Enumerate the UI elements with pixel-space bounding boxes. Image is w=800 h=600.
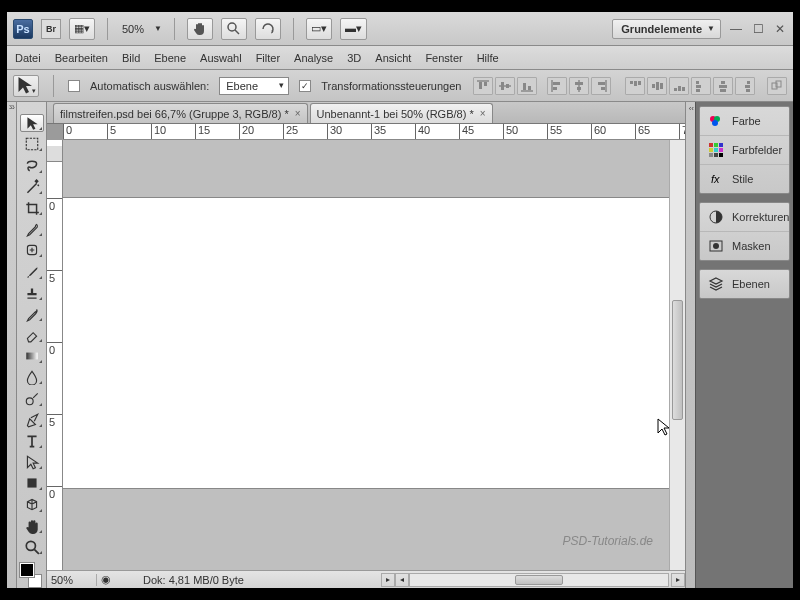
svg-rect-22 bbox=[638, 81, 641, 85]
tool-history[interactable] bbox=[20, 305, 44, 323]
scrollbar-thumb[interactable] bbox=[672, 300, 683, 420]
close-icon[interactable]: × bbox=[480, 108, 486, 119]
auto-select-checkbox[interactable] bbox=[68, 80, 80, 92]
tab-unbenannt[interactable]: Unbenannt-1 bei 50% (RGB/8) *× bbox=[310, 103, 493, 123]
menu-analyse[interactable]: Analyse bbox=[294, 52, 333, 64]
tool-shape[interactable] bbox=[20, 474, 44, 492]
svg-rect-53 bbox=[709, 148, 713, 152]
menu-fenster[interactable]: Fenster bbox=[425, 52, 462, 64]
tool-type[interactable] bbox=[20, 432, 44, 450]
panel-farbfelder[interactable]: Farbfelder bbox=[700, 136, 789, 165]
distribute-bottom-button[interactable] bbox=[669, 77, 689, 95]
status-doc-info[interactable]: Dok: 4,81 MB/0 Byte bbox=[115, 574, 381, 586]
hscroll-right-arrow[interactable]: ▸ bbox=[671, 573, 685, 587]
transform-controls-checkbox[interactable]: ✓ bbox=[299, 80, 311, 92]
svg-rect-25 bbox=[660, 83, 663, 89]
horizontal-ruler[interactable]: 0510152025303540455055606570 bbox=[63, 124, 685, 140]
auto-select-target-dropdown[interactable]: Ebene bbox=[219, 77, 289, 95]
screen-mode-button[interactable]: ▬▾ bbox=[340, 18, 367, 40]
status-icon[interactable]: ◉ bbox=[97, 573, 115, 586]
color-swatches[interactable] bbox=[20, 563, 44, 588]
status-menu-arrow[interactable]: ▸ bbox=[381, 573, 395, 587]
distribute-hcenter-button[interactable] bbox=[713, 77, 733, 95]
tool-crop[interactable] bbox=[20, 199, 44, 217]
ruler-origin[interactable] bbox=[47, 146, 63, 162]
workspace-switcher[interactable]: Grundelemente bbox=[612, 19, 721, 39]
tool-heal[interactable] bbox=[20, 241, 44, 259]
svg-rect-18 bbox=[598, 82, 605, 85]
menu-datei[interactable]: Datei bbox=[15, 52, 41, 64]
zoom-tool-button[interactable] bbox=[221, 18, 247, 40]
menu-ebene[interactable]: Ebene bbox=[154, 52, 186, 64]
align-top-button[interactable] bbox=[473, 77, 493, 95]
panel-masken[interactable]: Masken bbox=[700, 232, 789, 260]
tool-brush[interactable] bbox=[20, 262, 44, 280]
scrollbar-thumb[interactable] bbox=[515, 575, 563, 585]
align-hcenter-button[interactable] bbox=[569, 77, 589, 95]
canvas[interactable] bbox=[63, 198, 669, 488]
svg-rect-3 bbox=[479, 82, 482, 89]
close-button[interactable]: ✕ bbox=[773, 22, 787, 36]
panel-farbe[interactable]: Farbe bbox=[700, 107, 789, 136]
tool-3d[interactable] bbox=[20, 495, 44, 513]
tool-wand[interactable] bbox=[20, 178, 44, 196]
tool-marquee[interactable] bbox=[20, 135, 44, 153]
tool-zoom[interactable] bbox=[20, 538, 44, 556]
maximize-button[interactable]: ☐ bbox=[751, 22, 765, 36]
rotate-view-button[interactable] bbox=[255, 18, 281, 40]
distribute-right-button[interactable] bbox=[735, 77, 755, 95]
tool-eyedropper[interactable] bbox=[20, 220, 44, 238]
panel-ebenen[interactable]: Ebenen bbox=[700, 270, 789, 298]
close-icon[interactable]: × bbox=[295, 108, 301, 119]
tool-hand[interactable] bbox=[20, 517, 44, 535]
tool-move[interactable] bbox=[20, 114, 44, 132]
view-extras-button[interactable]: ▦▾ bbox=[69, 18, 95, 40]
menu-3d[interactable]: 3D bbox=[347, 52, 361, 64]
bridge-icon[interactable]: Br bbox=[41, 19, 61, 39]
toolbox-collapse-strip[interactable]: ›› bbox=[7, 102, 17, 588]
menu-bearbeiten[interactable]: Bearbeiten bbox=[55, 52, 108, 64]
vertical-ruler[interactable]: 05050 bbox=[47, 140, 63, 570]
minimize-button[interactable]: — bbox=[729, 22, 743, 36]
distribute-left-button[interactable] bbox=[691, 77, 711, 95]
hscroll-left-arrow[interactable]: ◂ bbox=[395, 573, 409, 587]
farbe-icon bbox=[708, 113, 724, 129]
align-left-button[interactable] bbox=[547, 77, 567, 95]
align-right-button[interactable] bbox=[591, 77, 611, 95]
menu-filter[interactable]: Filter bbox=[256, 52, 280, 64]
tab-filmstreifen[interactable]: filmstreifen.psd bei 66,7% (Gruppe 3, RG… bbox=[53, 103, 308, 123]
menu-ansicht[interactable]: Ansicht bbox=[375, 52, 411, 64]
menu-auswahl[interactable]: Auswahl bbox=[200, 52, 242, 64]
tool-pen[interactable] bbox=[20, 411, 44, 429]
hand-tool-button[interactable] bbox=[187, 18, 213, 40]
svg-point-62 bbox=[713, 243, 719, 249]
arrange-docs-button[interactable]: ▭▾ bbox=[306, 18, 332, 40]
distribute-vcenter-button[interactable] bbox=[647, 77, 667, 95]
panel-korrekturen[interactable]: Korrekturen bbox=[700, 203, 789, 232]
auto-align-button[interactable] bbox=[767, 77, 787, 95]
align-bottom-button[interactable] bbox=[517, 77, 537, 95]
title-toolbar: Ps Br ▦▾ 50%▼ ▭▾ ▬▾ Grundelemente — ☐ ✕ bbox=[7, 12, 793, 46]
distribute-top-button[interactable] bbox=[625, 77, 645, 95]
align-vcenter-button[interactable] bbox=[495, 77, 515, 95]
horizontal-scrollbar[interactable] bbox=[409, 573, 669, 587]
current-tool-icon[interactable] bbox=[13, 75, 39, 97]
ebenen-icon bbox=[708, 276, 724, 292]
panel-collapse-strip[interactable]: ‹‹ bbox=[685, 102, 695, 588]
tool-blur[interactable] bbox=[20, 368, 44, 386]
tool-eraser[interactable] bbox=[20, 326, 44, 344]
tool-lasso[interactable] bbox=[20, 156, 44, 174]
tool-stamp[interactable] bbox=[20, 284, 44, 302]
panel-stile[interactable]: fxStile bbox=[700, 165, 789, 193]
svg-rect-6 bbox=[501, 82, 504, 90]
tool-gradient[interactable] bbox=[20, 347, 44, 365]
zoom-value[interactable]: 50% bbox=[120, 23, 146, 35]
toolbox bbox=[17, 102, 47, 588]
status-zoom[interactable]: 50% bbox=[47, 574, 97, 586]
tool-dodge[interactable] bbox=[20, 389, 44, 407]
menu-hilfe[interactable]: Hilfe bbox=[477, 52, 499, 64]
tool-path[interactable] bbox=[20, 453, 44, 471]
menu-bild[interactable]: Bild bbox=[122, 52, 140, 64]
canvas-viewport[interactable]: PSD-Tutorials.de bbox=[63, 140, 669, 570]
vertical-scrollbar[interactable] bbox=[669, 140, 685, 570]
